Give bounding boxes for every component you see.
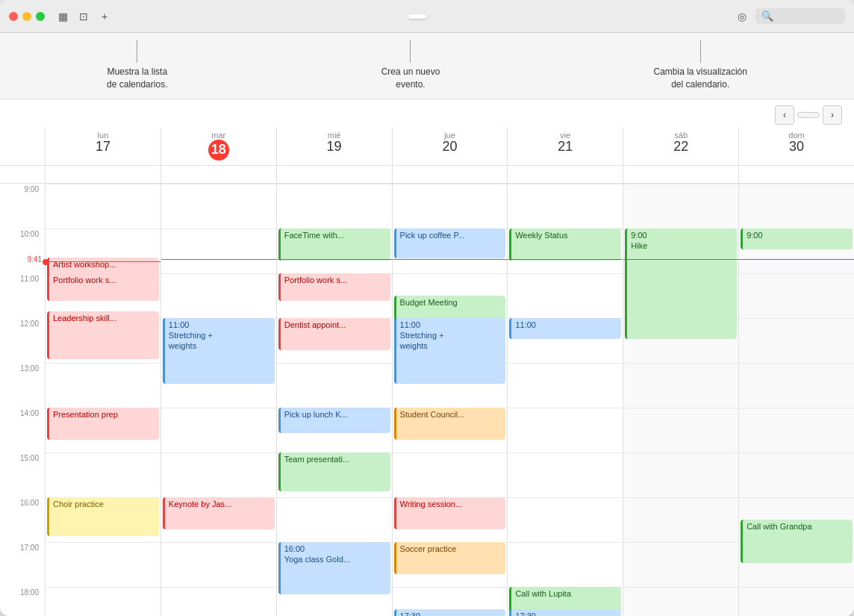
tooltip-new-event: Crea un nuevoevento. bbox=[381, 66, 440, 91]
calendar-list-icon[interactable]: ▦ bbox=[55, 9, 70, 24]
day-headers: lun 17 mar 18 mié 19 jue 20 vie 21 sáb 2… bbox=[0, 128, 854, 166]
minimize-button[interactable] bbox=[22, 12, 31, 21]
event[interactable]: Soccer practice bbox=[394, 542, 506, 574]
event[interactable]: 17:30 bbox=[509, 609, 621, 616]
event[interactable]: 11:00 Stretching + weights bbox=[394, 318, 506, 384]
view-month-button[interactable] bbox=[428, 14, 446, 19]
prev-button[interactable]: ‹ bbox=[775, 105, 794, 125]
event[interactable]: Weekly Status bbox=[509, 228, 621, 261]
current-time-line-ext bbox=[161, 259, 276, 260]
current-time-line-ext bbox=[739, 259, 854, 260]
time-grid: 9:0010:0011:0012:0013:0014:0015:0016:001… bbox=[0, 184, 854, 616]
day-col-tue: 11:00 Stretching + weightsKeynote by Jas… bbox=[160, 184, 276, 616]
traffic-lights bbox=[9, 12, 45, 21]
allday-cell-thu bbox=[392, 166, 508, 183]
event[interactable]: 11:00 bbox=[509, 318, 621, 339]
allday-cell-wed bbox=[276, 166, 392, 183]
search-icon: 🔍 bbox=[761, 10, 773, 22]
event[interactable]: 16:00 Yoga class Gold... bbox=[278, 542, 390, 594]
day-header-fri: vie 21 bbox=[507, 128, 623, 165]
day-header-sun: dom 30 bbox=[738, 128, 854, 165]
allday-cell-sun bbox=[738, 166, 854, 183]
event[interactable]: Student Council... bbox=[394, 408, 506, 440]
event[interactable]: FaceTime with... bbox=[278, 228, 390, 261]
event[interactable]: Keynote by Jas... bbox=[163, 497, 275, 529]
search-box[interactable]: 🔍 bbox=[755, 8, 845, 24]
toolbar-right: ◎ 🔍 bbox=[735, 8, 845, 24]
airdrop-icon[interactable]: ◎ bbox=[735, 9, 749, 24]
calendar-header: ‹ › bbox=[0, 99, 854, 128]
event[interactable]: Call with Grandpa bbox=[741, 520, 853, 563]
day-header-sat: sáb 22 bbox=[623, 128, 738, 165]
nav-buttons: ‹ › bbox=[775, 105, 842, 125]
day-col-mon: Artist workshop...Portfolio work s...Lea… bbox=[45, 184, 160, 616]
allday-cell-fri bbox=[507, 166, 623, 183]
next-button[interactable]: › bbox=[823, 105, 842, 125]
event[interactable]: Choir practice bbox=[47, 497, 159, 536]
day-col-wed: FaceTime with...Portfolio work s...Denti… bbox=[276, 184, 392, 616]
inbox-icon[interactable]: ⊡ bbox=[76, 9, 91, 24]
time-column: 9:0010:0011:0012:0013:0014:0015:0016:001… bbox=[0, 184, 45, 616]
current-time-line-ext bbox=[393, 259, 508, 260]
event[interactable]: 9:00 bbox=[741, 228, 853, 249]
allday-cell-sat bbox=[623, 166, 738, 183]
event[interactable]: Presentation prep bbox=[47, 408, 159, 440]
event[interactable]: Leadership skill... bbox=[47, 311, 159, 359]
event[interactable]: 9:00 Hike bbox=[625, 228, 737, 339]
event[interactable]: Team presentati... bbox=[278, 452, 390, 491]
tooltip-show-calendars: Muestra la listade calendarios. bbox=[107, 66, 167, 91]
event[interactable]: Pick up coffee P... bbox=[394, 228, 506, 258]
calendar-body: 9:0010:0011:0012:0013:0014:0015:0016:001… bbox=[0, 184, 854, 616]
event[interactable]: Writing session... bbox=[394, 497, 506, 529]
view-year-button[interactable] bbox=[447, 14, 465, 19]
view-week-button[interactable] bbox=[408, 14, 426, 19]
titlebar: ▦ ⊡ + ◎ 🔍 bbox=[0, 0, 854, 33]
maximize-button[interactable] bbox=[36, 12, 45, 21]
event[interactable]: 17:30 Drop off Grandma... bbox=[394, 609, 506, 616]
add-event-icon[interactable]: + bbox=[97, 9, 112, 24]
today-button[interactable] bbox=[797, 112, 820, 118]
day-col-fri: Weekly Status11:00Call with Lupita17:301… bbox=[507, 184, 623, 616]
day-header-thu: jue 20 bbox=[392, 128, 508, 165]
event[interactable]: 11:00 Stretching + weights bbox=[163, 318, 275, 384]
day-col-thu: Pick up coffee P...Budget Meeting11:00 S… bbox=[392, 184, 508, 616]
tooltip-area: Muestra la listade calendarios. Crea un … bbox=[0, 33, 854, 99]
event[interactable]: Pick up lunch K... bbox=[278, 408, 390, 433]
event[interactable]: Dentist appoint... bbox=[278, 318, 390, 350]
day-header-tue: mar 18 bbox=[160, 128, 276, 165]
view-switcher bbox=[389, 14, 465, 19]
allday-label bbox=[0, 166, 45, 183]
event[interactable]: Portfolio work s... bbox=[278, 273, 390, 301]
event[interactable]: Portfolio work s... bbox=[47, 273, 159, 301]
day-header-wed: mié 19 bbox=[276, 128, 392, 165]
view-day-button[interactable] bbox=[389, 14, 407, 19]
day-header-mon: lun 17 bbox=[45, 128, 160, 165]
allday-row bbox=[0, 166, 854, 184]
calendar-window: ▦ ⊡ + ◎ 🔍 Muestra la listade calendarios… bbox=[0, 0, 854, 616]
allday-cell-mon bbox=[45, 166, 160, 183]
close-button[interactable] bbox=[9, 12, 18, 21]
header-time-gutter bbox=[0, 128, 45, 165]
allday-cell-tue bbox=[160, 166, 276, 183]
day-col-sat: 9:00 Hike bbox=[623, 184, 738, 616]
day-col-sun: 9:00Call with Grandpa bbox=[738, 184, 854, 616]
tooltip-change-view: Cambia la visualizacióndel calendario. bbox=[654, 66, 747, 91]
